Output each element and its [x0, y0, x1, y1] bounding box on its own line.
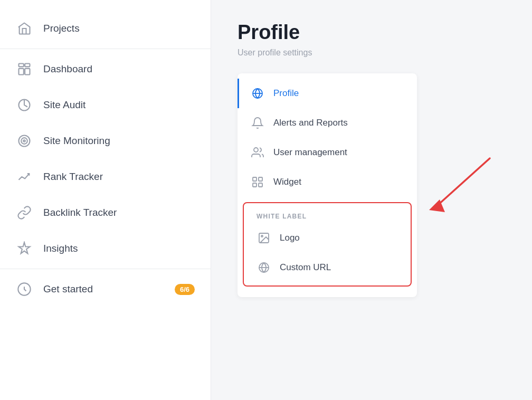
svg-marker-18 — [429, 199, 445, 212]
sidebar-item-dashboard[interactable]: Dashboard — [0, 51, 211, 87]
svg-point-6 — [21, 138, 27, 144]
settings-item-logo[interactable]: Logo — [244, 223, 411, 253]
svg-point-5 — [19, 136, 30, 147]
bell-icon — [250, 116, 265, 130]
home-icon — [16, 20, 33, 37]
settings-label-alerts: Alerts and Reports — [273, 118, 348, 128]
sidebar-label-get-started: Get started — [43, 283, 93, 295]
site-audit-icon — [16, 97, 33, 113]
settings-label-logo: Logo — [280, 233, 300, 243]
svg-rect-11 — [259, 177, 262, 181]
svg-rect-12 — [253, 183, 256, 187]
custom-url-icon — [256, 260, 271, 275]
site-monitoring-icon — [16, 132, 33, 149]
settings-panel: Profile Alerts and Reports User manageme… — [238, 73, 417, 297]
sidebar-label-projects: Projects — [43, 23, 80, 34]
sidebar-label-backlink-tracker: Backlink Tracker — [43, 207, 117, 218]
settings-item-profile[interactable]: Profile — [238, 79, 417, 108]
sidebar-item-get-started[interactable]: Get started 6/6 — [0, 271, 211, 307]
sidebar-item-insights[interactable]: Insights — [0, 231, 211, 266]
sidebar-item-site-monitoring[interactable]: Site Monitoring — [0, 123, 211, 159]
globe-icon — [250, 86, 265, 101]
page-subtitle: User profile settings — [238, 48, 506, 58]
white-label-header: WHITE LABEL — [244, 206, 411, 223]
settings-item-custom-url[interactable]: Custom URL — [244, 253, 411, 282]
sidebar-divider-2 — [0, 269, 211, 269]
svg-rect-1 — [25, 64, 30, 67]
page-title: Profile — [238, 21, 506, 44]
settings-label-custom-url: Custom URL — [280, 262, 331, 273]
svg-rect-2 — [19, 69, 24, 75]
backlink-icon — [16, 204, 33, 221]
sidebar-item-site-audit[interactable]: Site Audit — [0, 87, 211, 123]
get-started-icon — [16, 281, 33, 298]
image-icon — [256, 231, 271, 245]
sidebar-label-insights: Insights — [43, 243, 78, 254]
sidebar-label-site-monitoring: Site Monitoring — [43, 135, 110, 147]
sidebar-divider-1 — [0, 49, 211, 49]
insights-icon — [16, 240, 33, 257]
sidebar: Projects Dashboard Site Audit Site Monit… — [0, 0, 211, 400]
svg-point-7 — [23, 140, 25, 142]
main-content: Profile User profile settings Profile Al… — [211, 0, 532, 400]
rank-tracker-icon — [16, 168, 33, 185]
sidebar-item-projects[interactable]: Projects — [0, 11, 211, 46]
sidebar-label-dashboard: Dashboard — [43, 63, 92, 75]
svg-rect-3 — [25, 69, 30, 75]
sidebar-item-backlink-tracker[interactable]: Backlink Tracker — [0, 195, 211, 231]
settings-item-alerts[interactable]: Alerts and Reports — [238, 108, 417, 138]
svg-rect-10 — [253, 177, 256, 181]
svg-point-9 — [254, 148, 258, 152]
svg-rect-13 — [259, 183, 262, 187]
get-started-badge: 6/6 — [175, 284, 195, 295]
svg-line-17 — [437, 158, 490, 206]
settings-item-widget[interactable]: Widget — [238, 167, 417, 197]
svg-rect-0 — [19, 64, 24, 67]
settings-label-profile: Profile — [273, 88, 299, 99]
settings-item-user-management[interactable]: User management — [238, 138, 417, 167]
svg-point-15 — [261, 235, 263, 237]
sidebar-label-rank-tracker: Rank Tracker — [43, 171, 103, 183]
dashboard-icon — [16, 61, 33, 78]
white-label-section: WHITE LABEL Logo Custom URL — [243, 202, 412, 287]
users-icon — [250, 145, 265, 160]
widget-icon — [250, 175, 265, 189]
sidebar-label-site-audit: Site Audit — [43, 99, 86, 111]
settings-label-widget: Widget — [273, 177, 301, 187]
sidebar-item-rank-tracker[interactable]: Rank Tracker — [0, 159, 211, 195]
settings-label-user-management: User management — [273, 147, 347, 158]
